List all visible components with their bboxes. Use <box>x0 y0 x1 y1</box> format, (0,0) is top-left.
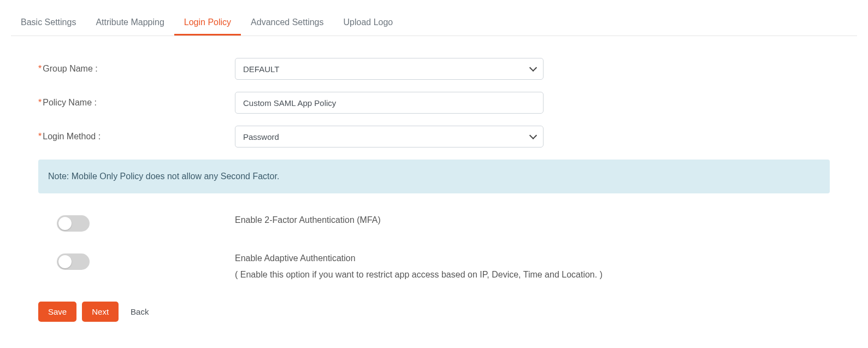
next-button[interactable]: Next <box>82 302 119 322</box>
mfa-toggle-label: Enable 2-Factor Authentication (MFA) <box>235 215 381 225</box>
action-bar: Save Next Back <box>38 302 830 322</box>
toggle-knob-icon <box>58 217 72 230</box>
tab-login-policy[interactable]: Login Policy <box>174 11 241 36</box>
mfa-toggle[interactable] <box>57 215 90 232</box>
adaptive-auth-toggle[interactable] <box>57 253 90 270</box>
toggle-knob-icon <box>58 255 72 268</box>
tab-upload-logo[interactable]: Upload Logo <box>334 11 403 36</box>
login-policy-form: *Group Name : DEFAULT *Policy Name : *Lo… <box>11 36 857 322</box>
note-banner: Note: Mobile Only Policy does not allow … <box>38 160 830 193</box>
group-name-select[interactable]: DEFAULT <box>235 58 544 80</box>
back-button[interactable]: Back <box>124 302 155 322</box>
save-button[interactable]: Save <box>38 302 76 322</box>
tab-bar: Basic Settings Attribute Mapping Login P… <box>11 11 857 36</box>
tab-advanced-settings[interactable]: Advanced Settings <box>241 11 333 36</box>
login-method-label: *Login Method : <box>38 132 235 141</box>
tab-basic-settings[interactable]: Basic Settings <box>11 11 86 36</box>
adaptive-auth-label: Enable Adaptive Authentication <box>235 253 603 263</box>
group-name-label: *Group Name : <box>38 64 235 74</box>
tab-attribute-mapping[interactable]: Attribute Mapping <box>86 11 174 36</box>
policy-name-label: *Policy Name : <box>38 98 235 108</box>
login-method-select[interactable]: Password <box>235 126 544 148</box>
adaptive-auth-desc: ( Enable this option if you want to rest… <box>235 270 603 280</box>
policy-name-input[interactable] <box>235 92 544 114</box>
